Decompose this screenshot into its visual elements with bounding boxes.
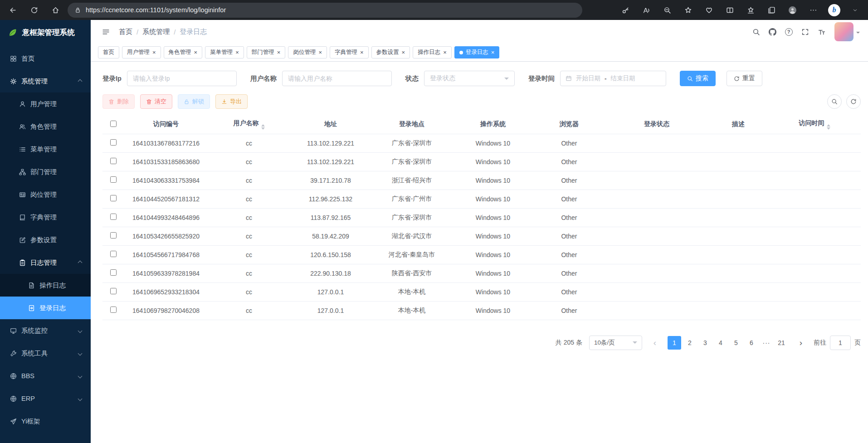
sidebar-item-yi-framework[interactable]: Yi框架 — [0, 410, 91, 433]
tab-role-mgmt[interactable]: 角色管理× — [164, 46, 203, 58]
home-button[interactable] — [47, 2, 64, 18]
tab-dict-mgmt[interactable]: 字典管理× — [330, 46, 369, 58]
sidebar-item-bbs[interactable]: BBS — [0, 365, 91, 387]
row-checkbox[interactable] — [110, 214, 117, 220]
tab-post-mgmt[interactable]: 岗位管理× — [288, 46, 327, 58]
github-button[interactable] — [766, 25, 779, 39]
page-button-6[interactable]: 6 — [745, 336, 758, 350]
sidebar-item-system-tools[interactable]: 系统工具 — [0, 342, 91, 365]
tab-param-settings[interactable]: 参数设置× — [371, 46, 410, 58]
close-icon[interactable]: × — [360, 49, 364, 55]
sidebar-item-dept-mgmt[interactable]: 部门管理 — [0, 161, 91, 183]
fullscreen-button[interactable] — [798, 25, 812, 39]
sidebar-item-role-mgmt[interactable]: 角色管理 — [0, 115, 91, 138]
row-checkbox[interactable] — [110, 158, 117, 164]
tab-home[interactable]: 首页 — [98, 46, 119, 58]
close-icon[interactable]: × — [277, 49, 281, 55]
favorites-add-button[interactable] — [680, 2, 697, 18]
toggle-search-button[interactable] — [827, 94, 842, 109]
collections-button[interactable] — [763, 2, 780, 18]
sidebar-item-menu-mgmt[interactable]: 菜单管理 — [0, 138, 91, 161]
sidebar-item-post-mgmt[interactable]: 岗位管理 — [0, 183, 91, 206]
question-button[interactable]: ? — [782, 25, 795, 39]
sort-carets-icon[interactable] — [261, 124, 265, 130]
tab-login-log[interactable]: 登录日志× — [454, 46, 500, 58]
sidebar-item-param-settings[interactable]: 参数设置 — [0, 229, 91, 251]
fontsize-button[interactable] — [814, 25, 828, 39]
key-button[interactable] — [617, 2, 634, 18]
close-icon[interactable]: × — [152, 49, 156, 55]
page-size-select[interactable]: 10条/页 — [589, 336, 642, 350]
column-header-8[interactable]: 访问时间 — [768, 115, 861, 134]
zoom-out-button[interactable] — [659, 2, 676, 18]
close-icon[interactable]: × — [491, 49, 495, 55]
row-checkbox[interactable] — [110, 269, 117, 276]
user-avatar[interactable] — [834, 22, 853, 41]
refresh-button[interactable] — [26, 2, 43, 18]
tab-operation-log[interactable]: 操作日志× — [413, 46, 452, 58]
close-icon[interactable]: × — [443, 49, 447, 55]
row-checkbox[interactable] — [110, 251, 117, 257]
next-page-button[interactable]: › — [795, 338, 807, 347]
profile-avatar-button[interactable] — [784, 2, 801, 18]
unlock-button[interactable]: 解锁 — [178, 94, 210, 109]
reset-button[interactable]: 重置 — [727, 71, 762, 86]
sort-carets-icon[interactable] — [827, 124, 830, 130]
column-header-1[interactable]: 用户名称 — [208, 115, 290, 134]
login-ip-input[interactable] — [127, 71, 237, 86]
favorites-bar-button[interactable] — [742, 2, 759, 18]
back-button[interactable] — [5, 2, 21, 18]
copilot-button[interactable]: b — [826, 2, 843, 18]
page-button-1[interactable]: 1 — [668, 336, 681, 350]
close-icon[interactable]: × — [235, 49, 239, 55]
row-checkbox[interactable] — [110, 307, 117, 313]
refresh-table-button[interactable] — [846, 94, 861, 109]
page-button-21[interactable]: 21 — [775, 336, 788, 350]
row-checkbox[interactable] — [110, 139, 117, 146]
row-checkbox[interactable] — [110, 176, 117, 183]
sidebar-item-operation-log[interactable]: 操作日志 — [0, 274, 91, 297]
select-all-checkbox[interactable] — [110, 121, 117, 127]
search-button[interactable] — [749, 25, 763, 39]
sidebar-item-user-mgmt[interactable]: 用户管理 — [0, 92, 91, 115]
page-button-5[interactable]: 5 — [729, 336, 743, 350]
clear-button[interactable]: 清空 — [140, 94, 172, 109]
collapse-sidebar-button[interactable] — [99, 25, 112, 39]
close-icon[interactable]: × — [402, 49, 405, 55]
sidebar-item-login-log[interactable]: 登录日志 — [0, 297, 91, 319]
tab-menu-mgmt[interactable]: 菜单管理× — [205, 46, 244, 58]
breadcrumb-item-system[interactable]: 系统管理 — [142, 28, 170, 36]
sidebar-item-system-mgmt[interactable]: 系统管理 — [0, 70, 91, 92]
breadcrumb-item-home[interactable]: 首页 — [119, 28, 132, 36]
search-button[interactable]: 搜索 — [680, 71, 716, 86]
tab-dept-mgmt[interactable]: 部门管理× — [247, 46, 286, 58]
page-button-4[interactable]: 4 — [714, 336, 727, 350]
delete-button[interactable]: 删除 — [102, 94, 135, 109]
row-checkbox[interactable] — [110, 288, 117, 294]
close-icon[interactable]: × — [318, 49, 322, 55]
page-button-3[interactable]: 3 — [698, 336, 712, 350]
sidebar-item-erp[interactable]: ERP — [0, 387, 91, 410]
page-button-2[interactable]: 2 — [683, 336, 697, 350]
address-bar[interactable]: https://ccnetcore.com:1101/system/log/lo… — [68, 3, 582, 18]
export-button[interactable]: 导出 — [215, 94, 248, 109]
pagination-ellipsis[interactable]: ··· — [760, 339, 773, 346]
sidebar-item-home[interactable]: 首页 — [0, 47, 91, 70]
goto-page-input[interactable] — [830, 336, 851, 350]
row-checkbox[interactable] — [110, 232, 117, 239]
sidebar-item-system-monitor[interactable]: 系统监控 — [0, 319, 91, 342]
sidebar-item-log-mgmt[interactable]: 日志管理 — [0, 251, 91, 274]
tab-user-mgmt[interactable]: 用户管理× — [122, 46, 161, 58]
chevron-down-button[interactable] — [847, 2, 863, 18]
settings-more-button[interactable] — [805, 2, 822, 18]
login-time-range-picker[interactable]: 开始日期 - 结束日期 — [560, 71, 666, 86]
read-aloud-button[interactable] — [638, 2, 655, 18]
sidebar-item-dict-mgmt[interactable]: 字典管理 — [0, 206, 91, 229]
status-select[interactable]: 登录状态 — [424, 71, 515, 86]
user-name-input[interactable] — [282, 71, 392, 86]
row-checkbox[interactable] — [110, 195, 117, 201]
split-screen-button[interactable] — [722, 2, 738, 18]
browser-essentials-button[interactable] — [701, 2, 717, 18]
close-icon[interactable]: × — [194, 49, 198, 55]
prev-page-button[interactable]: ‹ — [649, 338, 661, 347]
